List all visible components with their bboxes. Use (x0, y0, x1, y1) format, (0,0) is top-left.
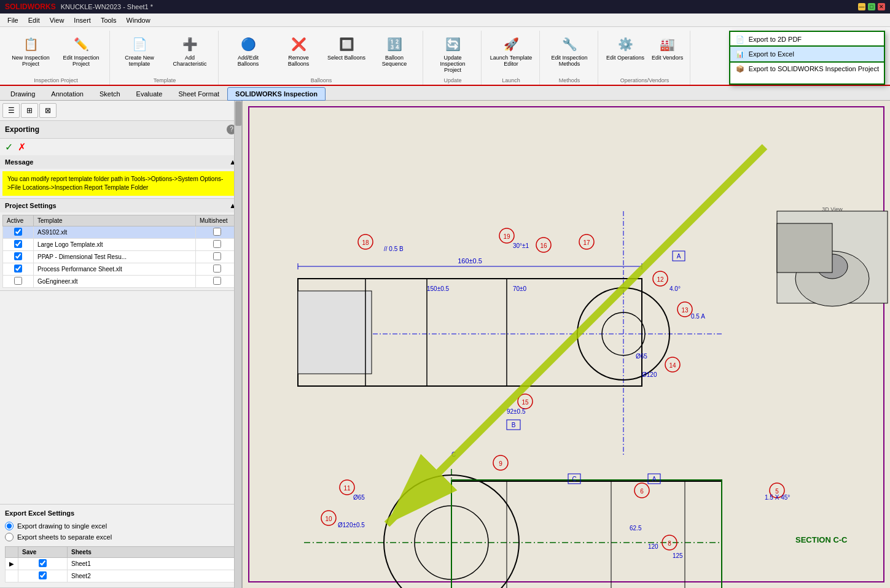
tab-drawing[interactable]: Drawing (2, 87, 43, 100)
tab-annotation[interactable]: Annotation (43, 87, 92, 100)
add-characteristic-button[interactable]: ➕ Add Characteristic (165, 32, 214, 70)
radio-separate-excel: Export sheets to separate excel (5, 533, 236, 541)
update-inspection-button[interactable]: 🔄 Update Inspection Project (428, 32, 477, 76)
svg-rect-82 (777, 223, 832, 273)
project-settings-header[interactable]: Project Settings ▲ (0, 199, 241, 212)
svg-text:18: 18 (362, 239, 369, 246)
checkbox-multisheet-3[interactable] (213, 252, 221, 260)
export-dropdown-menu: 📄 Export to 2D PDF 📊 Export to Excel 📦 E… (729, 31, 885, 85)
ribbon-buttons-methods: 🔧 Edit Inspection Methods (544, 31, 595, 77)
checkbox-active-1[interactable] (14, 228, 22, 236)
tab-solidworks-inspection[interactable]: SOLIDWORKS Inspection (227, 87, 326, 101)
ribbon-group-launch: 🚀 Launch Template Editor Launch (483, 31, 540, 85)
create-template-button[interactable]: 📄 Create New template (115, 32, 164, 70)
panel-tool-3[interactable]: ⊠ (39, 103, 57, 118)
panel-tool-2[interactable]: ⊞ (21, 103, 38, 118)
ribbon-buttons-inspection: 📋 New Inspection Project ✏️ Edit Inspect… (5, 31, 107, 77)
svg-text:30°±1: 30°±1 (513, 242, 529, 249)
checkbox-multisheet-5[interactable] (213, 277, 221, 285)
add-characteristic-label: Add Characteristic (168, 55, 211, 68)
checkbox-active-2[interactable] (14, 240, 22, 248)
update-inspection-label: Update Inspection Project (431, 55, 474, 74)
status-row: ✓ ✗ (0, 139, 241, 155)
cancel-status-button[interactable]: ✗ (18, 141, 26, 153)
table-row[interactable]: AS9102.xlt (3, 226, 239, 238)
ribbon-buttons-update: 🔄 Update Inspection Project (427, 31, 478, 77)
svg-text:4.0°: 4.0° (669, 285, 681, 292)
export-2dpdf-item[interactable]: 📄 Export to 2D PDF (730, 32, 884, 47)
col-sheets: Sheets (68, 546, 236, 557)
menu-view[interactable]: View (45, 15, 69, 25)
table-row[interactable]: Sheet2 (6, 570, 236, 582)
message-content: You can modify report template folder pa… (2, 171, 239, 196)
checkbox-multisheet-4[interactable] (213, 265, 221, 273)
panel-spacer (0, 291, 241, 504)
scrollbar-thumb (235, 101, 241, 126)
radio-single-excel-label: Export drawing to single excel (17, 522, 107, 530)
table-row[interactable]: Large Logo Template.xlt (3, 238, 239, 250)
cell-expand-2 (6, 570, 18, 582)
launch-template-button[interactable]: 🚀 Launch Template Editor (486, 32, 536, 70)
checkbox-active-4[interactable] (14, 265, 22, 273)
menu-bar: File Edit View Insert Tools Window (0, 14, 890, 27)
add-edit-balloons-button[interactable]: 🔵 Add/Edit Balloons (224, 32, 273, 70)
main-layout: ☰ ⊞ ⊠ Exporting ? ✓ ✗ Message ▲ You can … (0, 101, 890, 588)
checkbox-active-5[interactable] (14, 277, 22, 285)
menu-window[interactable]: Window (122, 15, 155, 25)
export-sw-item[interactable]: 📦 Export to SOLIDWORKS Inspection Projec… (730, 61, 884, 76)
drawing-area[interactable]: 160±0.5 18 19 12 13 14 16 17 15 (243, 101, 890, 588)
checkbox-multisheet-1[interactable] (213, 228, 221, 236)
new-inspection-icon: 📋 (21, 34, 41, 54)
svg-text:15: 15 (521, 399, 529, 406)
maximize-button[interactable]: □ (868, 3, 875, 10)
edit-operations-button[interactable]: ⚙️ Edit Operations (603, 32, 647, 64)
tab-sketch[interactable]: Sketch (92, 87, 128, 100)
radio-single-excel-input[interactable] (5, 522, 14, 530)
export-2dpdf-label: Export to 2D PDF (749, 36, 802, 43)
group-label-balloons: Balloons (311, 77, 332, 85)
ribbon-buttons-opvendors: ⚙️ Edit Operations 🏭 Edit Vendors (602, 31, 687, 77)
menu-edit[interactable]: Edit (23, 15, 45, 25)
tab-sheet-format[interactable]: Sheet Format (170, 87, 227, 100)
menu-tools[interactable]: Tools (96, 15, 122, 25)
panel-scrollbar[interactable] (234, 101, 241, 588)
export-excel-item[interactable]: 📊 Export to Excel (730, 47, 884, 61)
group-label-launch: Launch (502, 77, 520, 85)
edit-vendors-label: Edit Vendors (652, 55, 683, 61)
select-balloons-icon: 🔲 (337, 34, 356, 54)
balloon-sequence-button[interactable]: 🔢 Balloon Sequence (370, 32, 419, 70)
select-balloons-button[interactable]: 🔲 Select Balloons (324, 32, 369, 64)
tab-evaluate[interactable]: Evaluate (128, 87, 171, 100)
edit-inspection-button[interactable]: ✏️ Edit Inspection Project (57, 32, 106, 70)
svg-text:Ø120: Ø120 (642, 371, 657, 378)
table-row[interactable]: GoEngineer.xlt (3, 275, 239, 287)
edit-vendors-button[interactable]: 🏭 Edit Vendors (649, 32, 686, 64)
panel-toolbar: ☰ ⊞ ⊠ (0, 101, 241, 121)
table-row[interactable]: Process Performance Sheet.xlt (3, 263, 239, 275)
checkbox-save-1[interactable] (39, 559, 47, 567)
table-row[interactable]: PPAP - Dimensional Test Resu... (3, 250, 239, 263)
message-section-header[interactable]: Message ▲ (0, 155, 241, 169)
close-button[interactable]: ✕ (878, 3, 885, 10)
cell-multisheet-2 (196, 238, 239, 250)
edit-inspection-label: Edit Inspection Project (60, 55, 103, 68)
svg-text:6: 6 (640, 488, 644, 495)
checkbox-active-3[interactable] (14, 252, 22, 260)
edit-methods-button[interactable]: 🔧 Edit Inspection Methods (545, 32, 594, 70)
table-row[interactable]: ▶ Sheet1 (6, 557, 236, 570)
menu-file[interactable]: File (2, 15, 23, 25)
confirm-button[interactable]: ✓ (5, 141, 13, 153)
remove-balloons-button[interactable]: ❌ Remove Balloons (274, 32, 323, 70)
menu-insert[interactable]: Insert (69, 15, 96, 25)
panel-tool-1[interactable]: ☰ (2, 103, 20, 118)
cell-save-1 (18, 557, 68, 570)
new-inspection-button[interactable]: 📋 New Inspection Project (6, 32, 55, 70)
radio-separate-excel-input[interactable] (5, 533, 14, 541)
minimize-button[interactable]: — (858, 3, 865, 10)
add-edit-balloons-label: Add/Edit Balloons (227, 55, 270, 68)
launch-template-label: Launch Template Editor (490, 55, 533, 68)
checkbox-multisheet-2[interactable] (213, 240, 221, 248)
cell-expand-1: ▶ (6, 557, 18, 570)
solidworks-logo: SOLIDWORKS (5, 2, 56, 11)
checkbox-save-2[interactable] (39, 571, 47, 579)
